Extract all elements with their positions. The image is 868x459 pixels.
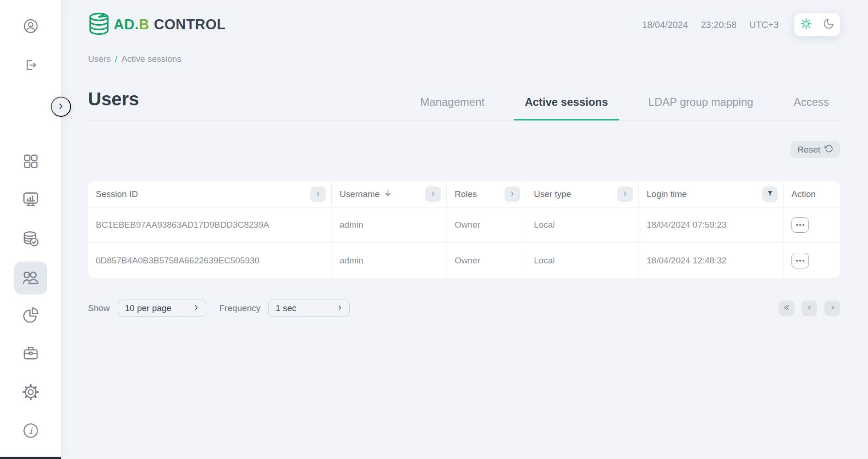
theme-toggle — [794, 13, 840, 36]
rotate-ccw-icon — [824, 144, 833, 155]
cell-session-id: BC1EBEB97AA93863AD17D9BDD3C8239A — [88, 208, 332, 242]
cell-roles: Owner — [447, 243, 526, 278]
page-title: Users — [88, 89, 139, 120]
table-row: 0D857B4A0B3B5758A6622639EC505930 admin O… — [88, 243, 840, 278]
reset-button-label: Reset — [797, 145, 820, 155]
active-sessions-table: Session ID Username Roles — [88, 181, 840, 278]
reports-icon — [22, 306, 40, 326]
chevron-right-icon — [622, 191, 628, 198]
tab-access[interactable]: Access — [783, 96, 840, 120]
sidebar-item-logout[interactable] — [21, 56, 41, 76]
column-label: Action — [791, 189, 816, 199]
svg-text:i: i — [29, 425, 33, 436]
jobs-icon — [22, 344, 40, 364]
dashboard-icon — [22, 152, 40, 172]
double-chevron-left-icon — [783, 304, 791, 313]
cell-login-time: 18/04/2024 07:59:23 — [639, 208, 784, 242]
column-header-session-id: Session ID — [88, 181, 332, 207]
monitoring-icon — [21, 190, 40, 211]
breadcrumb: Users / Active sessions — [88, 54, 840, 64]
column-expand-button[interactable] — [617, 186, 633, 202]
chevron-left-icon — [806, 304, 813, 312]
info-icon: i — [22, 422, 39, 441]
current-time: 23:20:58 — [701, 20, 736, 30]
column-header-username: Username — [332, 181, 447, 207]
first-page-button[interactable] — [779, 301, 794, 316]
top-bar: AD. B CONTROL 18/04/2024 23:20:58 UTC+3 — [88, 12, 840, 38]
next-page-button[interactable] — [824, 301, 840, 316]
users-icon — [21, 267, 41, 289]
sidebar-item-monitoring[interactable] — [21, 190, 41, 210]
column-label: Username — [340, 189, 380, 199]
cell-roles: Owner — [447, 208, 526, 242]
frequency-dropdown[interactable]: 1 sec — [268, 300, 350, 317]
app-logo: AD. B CONTROL — [88, 12, 226, 38]
previous-page-button[interactable] — [802, 301, 817, 316]
frequency-value: 1 sec — [275, 303, 296, 313]
sidebar-item-users[interactable] — [14, 262, 47, 295]
main-content: AD. B CONTROL 18/04/2024 23:20:58 UTC+3 … — [61, 0, 868, 317]
reset-button[interactable]: Reset — [791, 141, 840, 158]
sidebar-item-dashboard[interactable] — [21, 152, 41, 172]
sidebar: i — [0, 0, 61, 459]
sidebar-item-database-audit[interactable] — [21, 230, 41, 250]
filter-button[interactable] — [762, 186, 778, 202]
column-label: Login time — [647, 189, 687, 199]
moon-icon[interactable] — [823, 18, 835, 32]
column-header-roles: Roles — [447, 181, 526, 207]
database-audit-icon — [22, 230, 40, 250]
column-header-login-time: Login time — [639, 181, 784, 207]
chevron-right-icon — [509, 191, 516, 198]
table-header-row: Session ID Username Roles — [88, 181, 840, 208]
title-and-tabs-row: Users Management Active sessions LDAP gr… — [88, 89, 840, 120]
row-actions-button[interactable] — [791, 217, 809, 233]
sort-desc-icon[interactable] — [384, 189, 392, 200]
column-expand-button[interactable] — [425, 186, 441, 202]
clock: 18/04/2024 23:20:58 UTC+3 — [642, 20, 779, 30]
cell-user-type: Local — [526, 243, 639, 278]
sun-icon[interactable] — [800, 17, 813, 32]
breadcrumb-separator: / — [115, 54, 117, 64]
chevron-right-icon — [56, 102, 66, 112]
column-label: Session ID — [96, 189, 138, 199]
current-date: 18/04/2024 — [642, 20, 688, 30]
chevron-right-icon — [829, 304, 836, 312]
sidebar-item-reports[interactable] — [21, 306, 41, 326]
sidebar-item-jobs[interactable] — [21, 344, 41, 364]
breadcrumb-parent[interactable]: Users — [88, 54, 111, 64]
column-header-user-type: User type — [526, 181, 639, 207]
column-header-action: Action — [784, 181, 840, 207]
sidebar-item-settings[interactable] — [21, 383, 41, 403]
tab-management[interactable]: Management — [409, 96, 495, 120]
cell-username: admin — [332, 208, 447, 242]
funnel-icon — [767, 190, 774, 198]
window-edge-strip — [0, 457, 61, 459]
page-size-dropdown[interactable]: 10 per page — [118, 300, 206, 317]
logo-text-secondary: B — [139, 16, 149, 33]
frequency-label: Frequency — [220, 303, 261, 313]
pagination — [779, 301, 840, 316]
tab-ldap-group-mapping[interactable]: LDAP group mapping — [637, 96, 764, 120]
sidebar-item-info[interactable]: i — [21, 421, 41, 442]
table-row: BC1EBEB97AA93863AD17D9BDD3C8239A admin O… — [88, 208, 840, 243]
logout-icon — [22, 57, 39, 75]
column-label: Roles — [455, 189, 477, 199]
logo-text-primary: AD. — [114, 16, 139, 33]
chevron-right-icon — [193, 303, 200, 313]
column-expand-button[interactable] — [310, 186, 326, 202]
sidebar-expand-button[interactable] — [51, 97, 71, 117]
toolbar-row: Reset — [88, 141, 840, 158]
show-label: Show — [88, 303, 110, 313]
cell-session-id: 0D857B4A0B3B5758A6622639EC505930 — [88, 243, 332, 278]
sidebar-item-account[interactable] — [21, 17, 41, 37]
timezone: UTC+3 — [749, 20, 779, 30]
chevron-right-icon — [430, 191, 436, 198]
tab-active-sessions[interactable]: Active sessions — [514, 96, 619, 120]
top-bar-right: 18/04/2024 23:20:58 UTC+3 — [642, 13, 840, 36]
settings-icon — [22, 383, 40, 403]
logo-database-icon — [88, 12, 110, 38]
column-expand-button[interactable] — [505, 186, 520, 202]
cell-user-type: Local — [526, 208, 639, 242]
row-actions-button[interactable] — [791, 253, 809, 268]
table-footer-controls: Show 10 per page Frequency 1 sec — [88, 300, 840, 317]
